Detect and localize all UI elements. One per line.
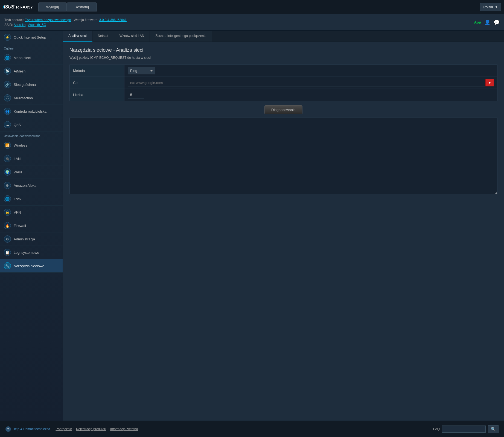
sidebar-label-wireless: Wireless [14,143,27,147]
target-input-wrap: ▼ [128,79,494,86]
footer-faq: FAQ 🔍 [433,425,499,433]
aiprotection-icon: 🛡 [4,94,11,101]
method-select[interactable]: Ping Traceroute NSLookup [128,67,155,74]
sidebar-item-nettools[interactable]: 🔧 Narzędzia sieciowe [0,259,63,273]
sidebar-item-wireless[interactable]: 📶 Wireless [0,139,63,152]
sidebar-item-alexa[interactable]: ⚙ Amazon Alexa [0,179,63,192]
firmware-label: Wersja firmware: [74,18,98,22]
sidebar-label-administration: Administracja [14,237,35,241]
page-title: Narzędzia sieciowe - Analiza sieci [69,47,497,53]
footer-register-link[interactable]: Rejestracja produktu [76,427,106,431]
count-row: Liczba [70,89,497,101]
sidebar-item-syslog[interactable]: 📋 Logi systemowe [0,246,63,259]
tab-analiza[interactable]: Analiza sieci [63,31,92,42]
model-name: RT-AX57 [16,5,33,9]
footer-manual-link[interactable]: Podręcznik [56,427,72,431]
sidebar-item-aiprotection[interactable]: 🛡 AiProtection [0,91,63,105]
sidebar-item-mapa-sieci[interactable]: 🌐 Mapa sieci [0,51,63,65]
ssid-5g[interactable]: Asus-ith_5G [28,23,46,27]
logout-button[interactable]: Wyloguj [38,2,67,11]
sidebar-label-ipv6: IPv6 [14,197,21,201]
sidebar-label-alexa: Amazon Alexa [14,183,36,188]
chevron-down-icon: ▼ [495,5,498,8]
sidebar-label-parental: Kontrola rodzicielska [14,109,46,113]
target-row: Cel ▼ [70,77,497,89]
help-icon: ? [5,426,11,432]
tab-netstat[interactable]: Netstat [92,31,114,42]
qos-icon: ☁ [4,121,11,128]
sidebar-label-lan: LAN [14,157,21,161]
operation-mode-label: Tryb operacji: [4,18,24,22]
logo-area: /ISUS RT-AX57 [3,4,33,10]
operation-mode-link[interactable]: Tryb routera bezprzewodowego [25,18,71,22]
sidebar-label-mapa-sieci: Mapa sieci [14,56,31,60]
sidebar-item-guest-network[interactable]: 🔗 Sieć gościnna [0,78,63,91]
ssid-main[interactable]: Asus-ith [14,23,25,27]
quick-setup-icon: ⚡ [4,34,11,41]
footer-sep1: | [74,427,74,431]
target-value-cell: ▼ [124,77,497,89]
method-row: Metoda Ping Traceroute NSLookup [70,65,497,77]
lang-label: Polski [483,5,493,9]
footer-feedback-link[interactable]: Informacja zwrotna [110,427,138,431]
target-input[interactable] [128,79,485,86]
language-selector[interactable]: Polski ▼ [480,3,501,11]
nettools-icon: 🔧 [4,262,11,269]
section-general-label: Ogólne [0,44,63,51]
footer: ? Help & Pomoc techniczna Podręcznik | R… [0,421,504,437]
guest-network-icon: 🔗 [4,81,11,88]
target-label: Cel [70,77,124,89]
top-bar: /ISUS RT-AX57 Wyloguj Restartuj Polski ▼ [0,0,504,14]
sidebar-item-firewall[interactable]: 🔥 Firewall [0,219,63,232]
restart-button[interactable]: Restartuj [67,2,97,11]
sidebar-label-qos: QoS [14,123,21,127]
sidebar-item-ipv6[interactable]: 🌐 IPv6 [0,192,63,206]
sidebar-item-vpn[interactable]: 🔒 VPN [0,206,63,219]
footer-links: Podręcznik | Rejestracja produktu | Info… [56,427,138,431]
aimesh-icon: 📡 [4,68,11,75]
result-area [69,118,497,194]
ssid-label: SSID: [4,23,13,27]
sidebar-item-lan[interactable]: 🔌 LAN [0,152,63,165]
footer-help-label: Help & Pomoc techniczna [13,427,50,431]
faq-search-input[interactable] [442,426,486,433]
page-content: Narzędzia sieciowe - Analiza sieci Wyśli… [63,42,504,421]
alexa-icon: ⚙ [4,182,11,189]
info-bar-left: Tryb operacji: Tryb routera bezprzewodow… [4,18,127,27]
sidebar-item-qos[interactable]: ☁ QoS [0,118,63,132]
sidebar-item-label-quick-setup: Quick Internet Setup [14,35,46,39]
info-bar-right: App 👤 💬 [474,19,500,25]
sidebar-label-aimesh: AiMesh [14,69,25,73]
sidebar-label-guest-network: Sieć gościnna [14,83,36,87]
faq-search-button[interactable]: 🔍 [488,425,499,433]
sidebar: ⚡ Quick Internet Setup Ogólne 🌐 Mapa sie… [0,31,63,421]
sidebar-label-syslog: Logi systemowe [14,250,39,255]
sidebar-item-aimesh[interactable]: 📡 AiMesh [0,65,63,78]
page-description: Wyślij pakiety ICMP ECHO_REQUEST do host… [69,56,497,60]
count-input[interactable] [128,91,144,98]
lan-icon: 🔌 [4,155,11,162]
sidebar-label-aiprotection: AiProtection [14,96,33,100]
vpn-icon: 🔒 [4,209,11,216]
target-dropdown-button[interactable]: ▼ [485,79,494,86]
chat-icon[interactable]: 💬 [494,19,500,25]
app-label: App [474,20,481,24]
sidebar-item-quick-setup[interactable]: ⚡ Quick Internet Setup [0,31,63,44]
sidebar-item-parental[interactable]: 👥 Kontrola rodzicielska [0,105,63,118]
tab-zasada[interactable]: Zasada Inteligentnego podłączenia [150,31,212,42]
wan-icon: 🌍 [4,168,11,176]
tab-bar: Analiza sieci Netstat Wznów sieć LAN Zas… [63,31,504,42]
user-icon[interactable]: 👤 [484,19,490,25]
sidebar-label-wan: WAN [14,170,22,174]
sidebar-item-wan[interactable]: 🌍 WAN [0,165,63,179]
mapa-sieci-icon: 🌐 [4,54,11,61]
sidebar-item-administration[interactable]: ⚙ Administracja [0,232,63,246]
syslog-icon: 📋 [4,249,11,256]
diagnose-button[interactable]: Diagnozowania [264,105,302,114]
firmware-version[interactable]: 3.0.0.4.386_52041 [99,18,127,22]
content-area: Analiza sieci Netstat Wznów sieć LAN Zas… [63,31,504,421]
method-label: Metoda [70,65,124,77]
tab-wznow[interactable]: Wznów sieć LAN [114,31,150,42]
count-value-cell [124,89,497,101]
footer-help[interactable]: ? Help & Pomoc techniczna [5,426,50,432]
